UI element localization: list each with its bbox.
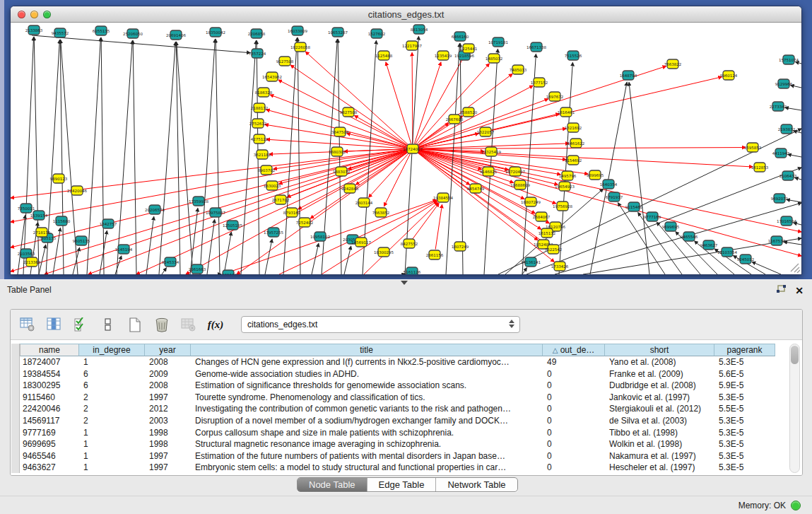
cell-year[interactable]: 1997 [145,392,191,404]
network-node[interactable]: 2193832 [778,124,796,134]
cell-title[interactable]: Changes of HCN gene expression and I(f) … [191,356,543,368]
cell-name[interactable]: 18300295 [20,380,79,392]
cell-pagerank[interactable]: 5.3E-5 [714,427,775,439]
cell-pagerank[interactable]: 5.5E-5 [714,403,775,415]
network-node[interactable]: 1167533 [768,236,786,245]
network-node[interactable]: 1612853 [751,163,769,172]
network-node[interactable]: 15720407 [505,167,525,176]
cell-year[interactable]: 2012 [145,403,191,415]
show-columns-icon[interactable] [46,316,63,333]
network-node[interactable]: 20206576 [145,205,165,214]
network-node[interactable]: 2861156 [426,250,444,259]
network-node[interactable]: 2752612 [249,119,267,128]
network-view-window[interactable]: citations_edges.txt 21338639435572605513… [10,6,802,275]
cell-name[interactable]: 18724007 [20,356,79,368]
table-vertical-scrollbar[interactable] [789,344,800,473]
network-node[interactable]: 8960124 [720,71,738,80]
cell-year[interactable]: 1998 [145,438,191,450]
cell-year[interactable]: 1997 [145,462,191,474]
tab-node-table[interactable]: Node Table [298,478,367,491]
network-node[interactable]: 12217987 [402,41,422,50]
cell-pagerank[interactable]: 5.3E-5 [714,356,775,368]
cell-short[interactable]: Nakamura et al. (1997) [605,450,714,462]
trash-icon[interactable] [153,316,170,333]
network-node[interactable]: 10719181 [488,37,508,47]
network-node[interactable]: 9127508 [276,57,294,66]
cell-out_de[interactable]: 0 [543,450,605,462]
cell-pagerank[interactable]: 5.3E-5 [714,462,775,474]
network-node[interactable]: 1461622 [567,139,585,148]
network-node[interactable]: 10958102 [310,232,330,241]
network-node[interactable]: 1115680 [53,216,71,226]
table-row[interactable]: 911546021997Tourette syndrome. Phenomeno… [20,392,775,404]
cell-in_degree[interactable]: 2 [79,392,145,404]
network-node[interactable]: 7357224 [249,49,266,58]
network-node[interactable]: 6466160 [452,32,469,41]
network-node[interactable]: 9890123 [50,174,68,183]
network-node[interactable]: 18226058 [290,42,310,52]
table-row[interactable]: 969969511998Structural magnetic resonanc… [20,438,775,450]
table-mode-icon[interactable] [19,316,36,333]
cell-year[interactable]: 2008 [145,356,191,368]
network-node[interactable]: 7663822 [664,59,682,69]
network-node[interactable]: 1880302 [329,147,346,156]
cell-in_degree[interactable]: 6 [79,368,145,380]
network-node[interactable]: 10975887 [206,208,225,217]
cell-in_degree[interactable]: 1 [79,462,145,474]
column-header-in_degree[interactable]: in_degree [79,344,145,356]
cell-title[interactable]: Disruption of a novel member of a sodium… [191,415,543,427]
table-row[interactable]: 946362711997Embryonic stem cells: a mode… [20,462,775,474]
network-node[interactable]: 3847504 [331,127,349,136]
network-node[interactable]: 7252402 [296,218,314,227]
table-selector-combobox[interactable]: citations_edges.txt [241,316,520,333]
network-node[interactable]: 2206858 [248,29,266,38]
network-node[interactable]: 1830023 [264,181,281,190]
network-node[interactable]: 1235419 [435,51,452,60]
cell-in_degree[interactable]: 1 [79,438,145,450]
network-node[interactable]: 8427552 [401,239,418,248]
network-canvas[interactable]: 2133863943557260551352520605020691406183… [11,23,801,274]
network-node[interactable]: 1588520 [460,107,478,117]
network-node[interactable]: 19756928 [553,201,572,211]
network-node[interactable]: 17016504 [777,216,796,226]
cell-name[interactable]: 14569117 [20,415,79,427]
network-node[interactable]: 1145194 [115,245,133,254]
tab-network-table[interactable]: Network Table [436,478,517,491]
column-header-year[interactable]: year [145,344,191,356]
cell-year[interactable]: 1998 [145,427,191,439]
column-header-pagerank[interactable]: pagerank [714,344,775,356]
network-node[interactable]: 1733426 [551,262,569,271]
network-node[interactable]: 2213363 [23,257,41,267]
cell-short[interactable]: Hescheler et al. (1997) [605,462,714,474]
cell-name[interactable]: 9115460 [20,392,79,404]
cell-short[interactable]: Franke et al. (2009) [605,368,714,380]
network-node[interactable]: 14136141 [521,257,541,267]
select-all-checklist-icon[interactable] [73,316,90,333]
cell-name[interactable]: 9463627 [20,462,79,474]
cell-in_degree[interactable]: 2 [79,415,145,427]
cell-short[interactable]: Yano et al. (2008) [605,356,714,368]
function-builder-icon[interactable]: f(x) [207,316,224,333]
canvas-resize-grip[interactable] [791,264,800,273]
cell-in_degree[interactable]: 2 [79,403,145,415]
network-node[interactable]: 2188132 [251,103,269,112]
close-panel-icon[interactable]: ✕ [795,286,804,295]
cell-pagerank[interactable]: 5.6E-5 [714,368,775,380]
cell-in_degree[interactable]: 1 [79,356,145,368]
network-node[interactable]: 4275122 [251,134,269,144]
column-header-short[interactable]: short [605,344,714,356]
cell-short[interactable]: Stergiakouli et al. (2012) [605,403,714,415]
network-node[interactable]: 9115460 [625,202,643,211]
network-node[interactable]: 3621182 [254,150,271,159]
network-node[interactable]: 12103354 [717,247,737,257]
cell-short[interactable]: Jankovic et al. (1997) [605,392,714,404]
network-node[interactable]: 10653287 [328,28,348,37]
cell-short[interactable]: Wolkin et al. (1998) [605,438,714,450]
cell-name[interactable]: 9777169 [20,427,79,439]
cell-out_de[interactable]: 0 [543,462,605,474]
network-node[interactable]: 18300295 [374,247,394,257]
network-node[interactable]: 9245334 [162,257,180,267]
network-node[interactable]: 7350011 [18,204,35,213]
cell-year[interactable]: 2009 [145,368,191,380]
network-node[interactable]: 1377152 [531,78,548,87]
